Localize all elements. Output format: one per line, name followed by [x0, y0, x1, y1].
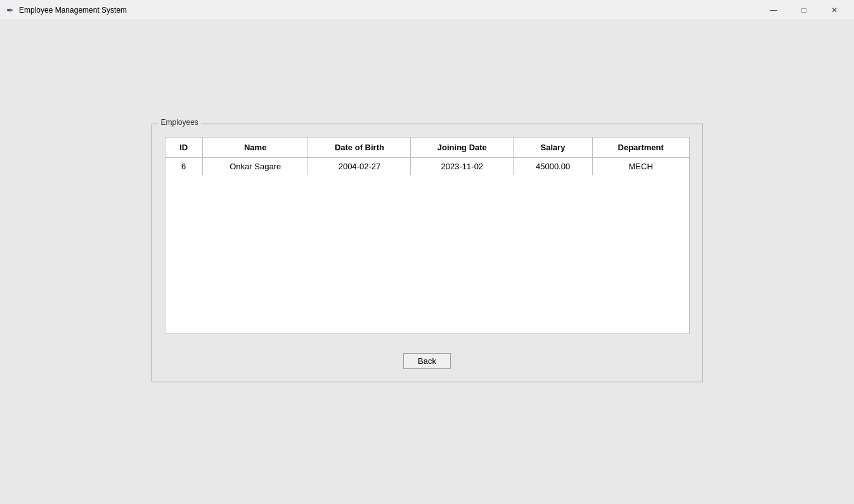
- table-header-row: ID Name Date of Birth Joining Date Salar…: [165, 138, 689, 158]
- panel-legend: Employees: [159, 118, 201, 127]
- title-bar: ✒ Employee Management System — □ ✕: [0, 0, 854, 20]
- table-cell-4: 45000.00: [514, 157, 593, 175]
- col-header-id: ID: [165, 138, 203, 158]
- table-row[interactable]: 6Onkar Sagare2004-02-272023-11-0245000.0…: [165, 157, 689, 175]
- table-cell-1: Onkar Sagare: [202, 157, 308, 175]
- employees-table: ID Name Date of Birth Joining Date Salar…: [165, 138, 689, 175]
- table-cell-3: 2023-11-02: [411, 157, 514, 175]
- app-icon: ✒: [5, 5, 15, 15]
- back-button[interactable]: Back: [403, 353, 451, 369]
- maximize-button[interactable]: □: [789, 1, 818, 19]
- window-title: Employee Management System: [19, 6, 127, 15]
- table-empty-space: [165, 175, 689, 333]
- col-header-salary: Salary: [514, 138, 593, 158]
- table-cell-5: MECH: [592, 157, 689, 175]
- minimize-button[interactable]: —: [759, 1, 788, 19]
- employees-table-container: ID Name Date of Birth Joining Date Salar…: [165, 137, 690, 334]
- col-header-joining: Joining Date: [411, 138, 514, 158]
- close-button[interactable]: ✕: [820, 1, 849, 19]
- table-cell-0: 6: [165, 157, 203, 175]
- employees-panel: Employees ID Name Date of Birth Joining …: [152, 124, 703, 382]
- back-button-row: Back: [165, 347, 690, 369]
- col-header-dob: Date of Birth: [308, 138, 411, 158]
- col-header-dept: Department: [592, 138, 689, 158]
- table-cell-2: 2004-02-27: [308, 157, 411, 175]
- main-content: Employees ID Name Date of Birth Joining …: [0, 20, 854, 504]
- title-bar-left: ✒ Employee Management System: [5, 5, 127, 15]
- main-window: ✒ Employee Management System — □ ✕ Emplo…: [0, 0, 854, 504]
- col-header-name: Name: [202, 138, 308, 158]
- window-controls: — □ ✕: [759, 1, 849, 19]
